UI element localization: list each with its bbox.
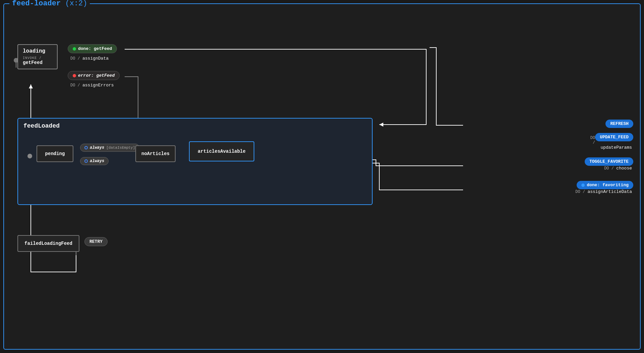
failed-loading-feed-node: failedLoadingFeed xyxy=(17,235,79,252)
machine-multiplicity: (x:2) xyxy=(65,0,87,8)
assign-errors-action: assignErrors xyxy=(82,83,114,88)
no-articles-label: noArticles xyxy=(141,151,170,156)
pending-state-node: pending xyxy=(37,145,73,162)
loading-state-name: loading xyxy=(23,48,52,54)
machine-title: feed-loader (x:2) xyxy=(9,0,90,8)
articles-available-state-node: articlesAvailable xyxy=(189,141,254,161)
done-get-feed-group: done: getFeed DO / assignData xyxy=(68,44,117,61)
failed-loading-label: failedLoadingFeed xyxy=(24,241,72,246)
loading-invoke-label: INVOKE / xyxy=(23,56,52,60)
done-favoriting-pill: done: favoriting xyxy=(577,181,633,189)
update-feed-label: UPDATE_FEED xyxy=(600,135,629,140)
loading-state-node: loading INVOKE / getFeed xyxy=(17,44,58,69)
always-dataIsEmpty-group: always [dataIsEmpty] xyxy=(80,144,139,152)
always-group-2: always xyxy=(80,157,109,165)
always-dataIsEmpty-pill: always [dataIsEmpty] xyxy=(80,144,139,152)
done-dot xyxy=(73,47,76,51)
data-is-empty-label: [dataIsEmpty] xyxy=(106,146,135,150)
feed-loaded-title: feedLoaded xyxy=(23,123,60,129)
done-getfeed-pill: done: getFeed xyxy=(68,44,117,53)
done-favoriting-label: done: favoriting xyxy=(587,183,629,188)
assign-article-data-action: assignArticleData xyxy=(587,189,632,194)
done-getfeed-label: done: getFeed xyxy=(78,46,112,51)
assign-data-action: assignData xyxy=(82,56,109,61)
toggle-favorite-group: TOGGLE_FAVORITE DO / choose xyxy=(585,157,633,171)
error-getfeed-label: error: getFeed xyxy=(78,73,115,78)
machine-container: feed-loader (x:2) xyxy=(3,3,641,350)
refresh-pill[interactable]: REFRESH xyxy=(605,120,633,128)
always-pill-2: always xyxy=(80,157,109,165)
always1-label: always xyxy=(90,145,104,150)
update-feed-group: UPDATE_FEED DO / updateParams xyxy=(588,133,633,150)
feed-loaded-initial-dot xyxy=(27,154,32,158)
error-getfeed-do: DO / assignErrors xyxy=(70,83,120,88)
pending-label: pending xyxy=(45,151,65,156)
retry-group: RETRY xyxy=(84,237,108,246)
no-articles-state-node: noArticles xyxy=(135,145,176,162)
toggle-favorite-label: TOGGLE_FAVORITE xyxy=(589,159,629,164)
done-favoriting-group: done: favoriting DO / assignArticleData xyxy=(575,181,633,194)
error-getfeed-pill: error: getFeed xyxy=(68,71,120,80)
done-fav-dot xyxy=(581,184,585,187)
always2-label: always xyxy=(90,159,104,163)
machine-name: feed-loader xyxy=(12,0,61,8)
refresh-label: REFRESH xyxy=(610,121,629,126)
retry-label: RETRY xyxy=(89,239,103,244)
feed-loaded-container: feedLoaded pending always [dataIsEmpty] … xyxy=(17,118,373,205)
refresh-group: REFRESH xyxy=(605,120,633,128)
toggle-favorite-pill[interactable]: TOGGLE_FAVORITE xyxy=(585,157,633,166)
error-get-feed-group: error: getFeed DO / assignErrors xyxy=(68,71,120,88)
always-dot-1 xyxy=(84,146,88,149)
articles-available-label: articlesAvailable xyxy=(198,149,246,154)
retry-pill[interactable]: RETRY xyxy=(84,237,108,246)
loading-invoke-action: getFeed xyxy=(23,60,52,65)
update-feed-pill[interactable]: UPDATE_FEED xyxy=(595,133,633,141)
update-params-action: updateParams xyxy=(600,145,632,150)
done-getfeed-do: DO / assignData xyxy=(70,56,117,61)
choose-action: choose xyxy=(616,166,632,171)
error-dot xyxy=(73,74,76,77)
always-dot-2 xyxy=(84,159,88,163)
